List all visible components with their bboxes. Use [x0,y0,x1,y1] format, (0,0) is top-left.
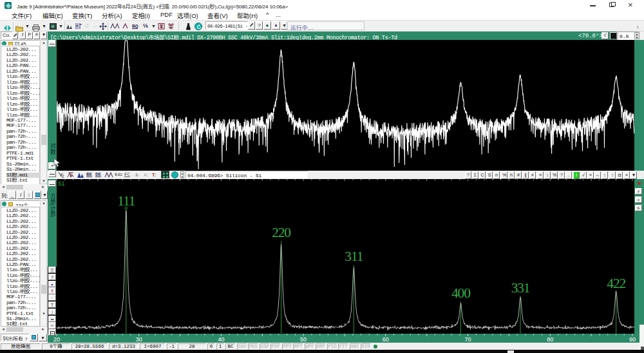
svg-text:80: 80 [547,336,553,343]
svg-text:Si: Si [58,181,65,187]
svg-text:111: 111 [117,193,135,209]
svg-text:z: z [62,174,64,178]
svg-text:60: 60 [383,336,389,343]
svg-text:40: 40 [218,336,224,343]
svg-text:400: 400 [451,285,470,301]
svg-text:50: 50 [300,336,307,343]
svg-text:90: 90 [629,336,636,343]
svg-text:30: 30 [136,336,142,343]
svg-text:422: 422 [607,276,625,291]
svg-text:20: 20 [53,336,60,343]
svg-text:311: 311 [345,249,363,264]
svg-text:220: 220 [272,225,290,240]
svg-text:331: 331 [511,280,530,296]
svg-text:70: 70 [465,336,471,343]
